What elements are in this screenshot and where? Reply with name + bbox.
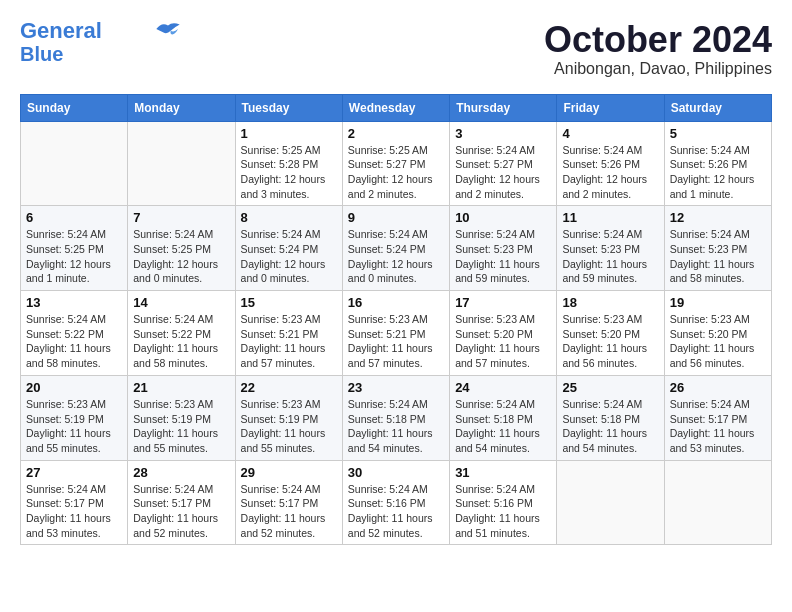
calendar-cell: 12Sunrise: 5:24 AMSunset: 5:23 PMDayligh… <box>664 206 771 291</box>
calendar-cell <box>21 121 128 206</box>
calendar-cell: 2Sunrise: 5:25 AMSunset: 5:27 PMDaylight… <box>342 121 449 206</box>
day-info: Sunrise: 5:24 AMSunset: 5:22 PMDaylight:… <box>133 312 229 371</box>
calendar-cell: 3Sunrise: 5:24 AMSunset: 5:27 PMDaylight… <box>450 121 557 206</box>
day-info: Sunrise: 5:23 AMSunset: 5:20 PMDaylight:… <box>562 312 658 371</box>
weekday-header-tuesday: Tuesday <box>235 94 342 121</box>
week-row-4: 20Sunrise: 5:23 AMSunset: 5:19 PMDayligh… <box>21 375 772 460</box>
day-info: Sunrise: 5:23 AMSunset: 5:19 PMDaylight:… <box>26 397 122 456</box>
day-info: Sunrise: 5:23 AMSunset: 5:20 PMDaylight:… <box>455 312 551 371</box>
day-number: 21 <box>133 380 229 395</box>
day-info: Sunrise: 5:23 AMSunset: 5:19 PMDaylight:… <box>241 397 337 456</box>
calendar-cell: 9Sunrise: 5:24 AMSunset: 5:24 PMDaylight… <box>342 206 449 291</box>
calendar-body: 1Sunrise: 5:25 AMSunset: 5:28 PMDaylight… <box>21 121 772 545</box>
day-info: Sunrise: 5:24 AMSunset: 5:17 PMDaylight:… <box>241 482 337 541</box>
weekday-header-saturday: Saturday <box>664 94 771 121</box>
day-number: 25 <box>562 380 658 395</box>
logo: General Blue <box>20 20 182 65</box>
calendar-cell: 24Sunrise: 5:24 AMSunset: 5:18 PMDayligh… <box>450 375 557 460</box>
day-number: 5 <box>670 126 766 141</box>
day-info: Sunrise: 5:24 AMSunset: 5:18 PMDaylight:… <box>455 397 551 456</box>
calendar-cell: 6Sunrise: 5:24 AMSunset: 5:25 PMDaylight… <box>21 206 128 291</box>
day-info: Sunrise: 5:23 AMSunset: 5:19 PMDaylight:… <box>133 397 229 456</box>
weekday-header-sunday: Sunday <box>21 94 128 121</box>
logo-text: General <box>20 20 102 42</box>
calendar-cell: 7Sunrise: 5:24 AMSunset: 5:25 PMDaylight… <box>128 206 235 291</box>
weekday-header-friday: Friday <box>557 94 664 121</box>
week-row-3: 13Sunrise: 5:24 AMSunset: 5:22 PMDayligh… <box>21 291 772 376</box>
day-info: Sunrise: 5:24 AMSunset: 5:23 PMDaylight:… <box>562 227 658 286</box>
calendar-cell: 25Sunrise: 5:24 AMSunset: 5:18 PMDayligh… <box>557 375 664 460</box>
calendar-cell: 18Sunrise: 5:23 AMSunset: 5:20 PMDayligh… <box>557 291 664 376</box>
day-number: 7 <box>133 210 229 225</box>
calendar-cell: 16Sunrise: 5:23 AMSunset: 5:21 PMDayligh… <box>342 291 449 376</box>
calendar-cell: 4Sunrise: 5:24 AMSunset: 5:26 PMDaylight… <box>557 121 664 206</box>
day-info: Sunrise: 5:25 AMSunset: 5:27 PMDaylight:… <box>348 143 444 202</box>
calendar-cell: 30Sunrise: 5:24 AMSunset: 5:16 PMDayligh… <box>342 460 449 545</box>
calendar-cell: 11Sunrise: 5:24 AMSunset: 5:23 PMDayligh… <box>557 206 664 291</box>
calendar-cell: 29Sunrise: 5:24 AMSunset: 5:17 PMDayligh… <box>235 460 342 545</box>
day-info: Sunrise: 5:24 AMSunset: 5:26 PMDaylight:… <box>562 143 658 202</box>
logo-bird-icon <box>154 20 182 38</box>
day-number: 11 <box>562 210 658 225</box>
day-number: 2 <box>348 126 444 141</box>
calendar-cell: 19Sunrise: 5:23 AMSunset: 5:20 PMDayligh… <box>664 291 771 376</box>
calendar-header: SundayMondayTuesdayWednesdayThursdayFrid… <box>21 94 772 121</box>
week-row-2: 6Sunrise: 5:24 AMSunset: 5:25 PMDaylight… <box>21 206 772 291</box>
calendar-cell: 1Sunrise: 5:25 AMSunset: 5:28 PMDaylight… <box>235 121 342 206</box>
month-title: October 2024 <box>544 20 772 60</box>
day-number: 17 <box>455 295 551 310</box>
calendar-cell: 15Sunrise: 5:23 AMSunset: 5:21 PMDayligh… <box>235 291 342 376</box>
calendar-cell: 21Sunrise: 5:23 AMSunset: 5:19 PMDayligh… <box>128 375 235 460</box>
logo-blue-text: Blue <box>20 43 63 65</box>
location-title: Anibongan, Davao, Philippines <box>544 60 772 78</box>
day-number: 26 <box>670 380 766 395</box>
calendar-cell: 22Sunrise: 5:23 AMSunset: 5:19 PMDayligh… <box>235 375 342 460</box>
calendar-cell: 26Sunrise: 5:24 AMSunset: 5:17 PMDayligh… <box>664 375 771 460</box>
day-number: 23 <box>348 380 444 395</box>
day-number: 9 <box>348 210 444 225</box>
day-number: 4 <box>562 126 658 141</box>
header: General Blue October 2024 Anibongan, Dav… <box>20 20 772 78</box>
day-number: 31 <box>455 465 551 480</box>
day-number: 16 <box>348 295 444 310</box>
weekday-header-wednesday: Wednesday <box>342 94 449 121</box>
day-number: 13 <box>26 295 122 310</box>
calendar-cell: 20Sunrise: 5:23 AMSunset: 5:19 PMDayligh… <box>21 375 128 460</box>
week-row-1: 1Sunrise: 5:25 AMSunset: 5:28 PMDaylight… <box>21 121 772 206</box>
calendar-cell: 31Sunrise: 5:24 AMSunset: 5:16 PMDayligh… <box>450 460 557 545</box>
calendar-cell <box>128 121 235 206</box>
day-number: 15 <box>241 295 337 310</box>
day-info: Sunrise: 5:24 AMSunset: 5:23 PMDaylight:… <box>455 227 551 286</box>
day-info: Sunrise: 5:24 AMSunset: 5:17 PMDaylight:… <box>670 397 766 456</box>
day-info: Sunrise: 5:24 AMSunset: 5:24 PMDaylight:… <box>348 227 444 286</box>
calendar-cell: 28Sunrise: 5:24 AMSunset: 5:17 PMDayligh… <box>128 460 235 545</box>
day-number: 28 <box>133 465 229 480</box>
calendar-cell <box>664 460 771 545</box>
day-info: Sunrise: 5:24 AMSunset: 5:27 PMDaylight:… <box>455 143 551 202</box>
day-info: Sunrise: 5:24 AMSunset: 5:22 PMDaylight:… <box>26 312 122 371</box>
day-info: Sunrise: 5:24 AMSunset: 5:25 PMDaylight:… <box>133 227 229 286</box>
calendar-cell: 10Sunrise: 5:24 AMSunset: 5:23 PMDayligh… <box>450 206 557 291</box>
day-number: 3 <box>455 126 551 141</box>
week-row-5: 27Sunrise: 5:24 AMSunset: 5:17 PMDayligh… <box>21 460 772 545</box>
day-info: Sunrise: 5:24 AMSunset: 5:24 PMDaylight:… <box>241 227 337 286</box>
day-number: 1 <box>241 126 337 141</box>
day-info: Sunrise: 5:24 AMSunset: 5:18 PMDaylight:… <box>562 397 658 456</box>
day-number: 6 <box>26 210 122 225</box>
calendar-cell: 8Sunrise: 5:24 AMSunset: 5:24 PMDaylight… <box>235 206 342 291</box>
calendar-cell: 17Sunrise: 5:23 AMSunset: 5:20 PMDayligh… <box>450 291 557 376</box>
day-info: Sunrise: 5:24 AMSunset: 5:17 PMDaylight:… <box>26 482 122 541</box>
day-number: 10 <box>455 210 551 225</box>
day-number: 12 <box>670 210 766 225</box>
title-area: October 2024 Anibongan, Davao, Philippin… <box>544 20 772 78</box>
weekday-header-monday: Monday <box>128 94 235 121</box>
weekday-header-thursday: Thursday <box>450 94 557 121</box>
day-number: 27 <box>26 465 122 480</box>
calendar-cell: 23Sunrise: 5:24 AMSunset: 5:18 PMDayligh… <box>342 375 449 460</box>
calendar-cell <box>557 460 664 545</box>
day-info: Sunrise: 5:23 AMSunset: 5:21 PMDaylight:… <box>348 312 444 371</box>
day-number: 8 <box>241 210 337 225</box>
day-info: Sunrise: 5:23 AMSunset: 5:21 PMDaylight:… <box>241 312 337 371</box>
day-info: Sunrise: 5:25 AMSunset: 5:28 PMDaylight:… <box>241 143 337 202</box>
day-number: 30 <box>348 465 444 480</box>
